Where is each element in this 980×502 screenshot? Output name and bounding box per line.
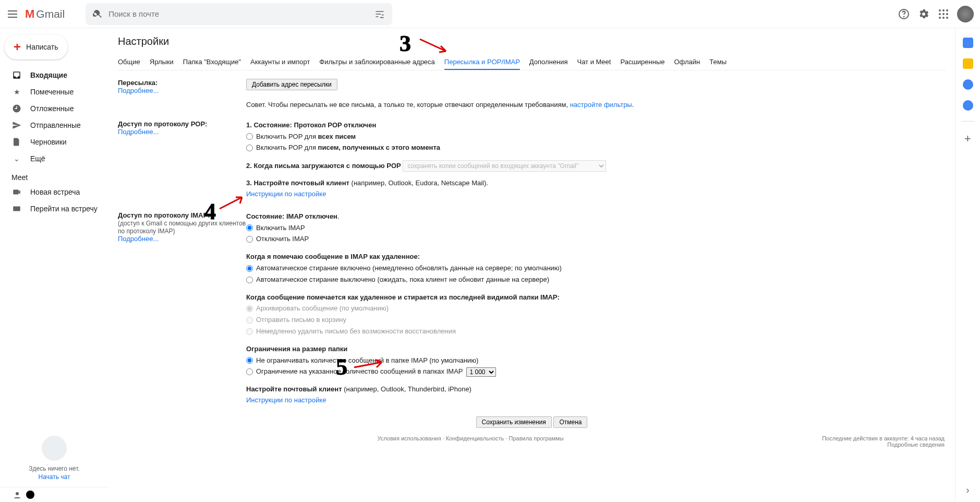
tab-8[interactable]: Расширенные bbox=[620, 55, 664, 70]
imap-more-link[interactable]: Подробнее... bbox=[118, 235, 159, 243]
gmail-m-icon: M bbox=[25, 7, 34, 21]
start-chat-link[interactable]: Начать чат bbox=[6, 473, 102, 481]
imap-del-r2: Автоматическое стирание выключено (ожида… bbox=[256, 274, 549, 285]
imap-limit-radio[interactable] bbox=[246, 368, 253, 375]
calendar-icon[interactable] bbox=[963, 38, 973, 48]
chat-bubble-icon bbox=[42, 436, 67, 461]
hangouts-dot-icon[interactable] bbox=[26, 491, 34, 499]
tab-9[interactable]: Офлайн bbox=[674, 55, 700, 70]
gmail-logo[interactable]: M Gmail bbox=[25, 7, 65, 21]
fwd-label: Пересылка: bbox=[118, 79, 158, 87]
pop-r2-b: писем, полученных с этого момента bbox=[318, 144, 440, 151]
meet-header: Meet bbox=[0, 167, 108, 184]
tasks-icon[interactable] bbox=[963, 79, 973, 90]
person-icon[interactable] bbox=[13, 491, 22, 500]
imap-era-r1: Архивировать сообщение (по умолчанию) bbox=[256, 303, 389, 314]
sidebar-item-new-meeting[interactable]: Новая встреча bbox=[0, 184, 108, 200]
imap-del-header: Когда я помечаю сообщение в IMAP как уда… bbox=[246, 253, 420, 260]
pop-enable-now-radio[interactable] bbox=[246, 145, 253, 151]
keep-icon[interactable] bbox=[963, 58, 973, 69]
sidebar-item-label: Перейти на встречу bbox=[30, 205, 98, 213]
tab-0[interactable]: Общие bbox=[118, 55, 140, 70]
sidebar-item-snoozed[interactable]: Отложенные bbox=[0, 100, 108, 117]
tab-4[interactable]: Фильтры и заблокированные адреса bbox=[319, 55, 434, 70]
imap-disable-radio[interactable] bbox=[246, 236, 253, 243]
compose-button[interactable]: + Написать bbox=[4, 34, 68, 59]
imap-enable-radio[interactable] bbox=[246, 224, 253, 231]
search-input[interactable] bbox=[108, 9, 369, 18]
pop-instructions-link[interactable]: Инструкции по настройке bbox=[246, 190, 326, 198]
sidebar-item-label: Отложенные bbox=[30, 104, 74, 113]
help-icon[interactable] bbox=[898, 8, 910, 20]
pop-s3-t: (например, Outlook, Eudora, Netscape Mai… bbox=[349, 179, 488, 187]
sidebar-item-join-meeting[interactable]: Перейти на встречу bbox=[0, 200, 108, 217]
save-button[interactable]: Сохранить изменения bbox=[476, 416, 552, 428]
fwd-tip-post: . bbox=[632, 101, 634, 109]
pop-label: Доступ по протоколу POP: bbox=[118, 120, 207, 128]
imap-status: Состояние: IMAP отключен bbox=[246, 212, 337, 220]
imap-autoexpunge-off-radio[interactable] bbox=[246, 277, 253, 283]
sidebar-item-drafts[interactable]: Черновики bbox=[0, 134, 108, 150]
apps-icon[interactable] bbox=[937, 8, 950, 20]
pop-r1-b: всех писем bbox=[318, 133, 356, 140]
imap-limit-header: Ограничения на размер папки bbox=[246, 345, 347, 353]
chevron-down-icon: ⌄ bbox=[11, 153, 22, 164]
file-icon bbox=[11, 137, 22, 147]
separator bbox=[962, 121, 974, 122]
sidebar-item-label: Отправленные bbox=[30, 121, 81, 129]
imap-cli-t: (например, Outlook, Thunderbird, iPhone) bbox=[342, 385, 471, 393]
video-icon bbox=[11, 187, 22, 197]
imap-era-r2: Отправить письмо в корзину bbox=[256, 315, 346, 326]
contacts-icon[interactable] bbox=[963, 100, 973, 111]
add-addon-icon[interactable]: + bbox=[964, 132, 971, 146]
imap-limit-select[interactable]: 1 000 bbox=[466, 367, 496, 377]
activity-details-link[interactable]: Подробные сведения bbox=[887, 441, 945, 448]
sidebar-item-sent[interactable]: Отправленные bbox=[0, 117, 108, 134]
header: M Gmail bbox=[0, 0, 980, 28]
settings-icon[interactable] bbox=[917, 8, 930, 20]
imap-autoexpunge-on-radio[interactable] bbox=[246, 265, 253, 272]
search-options-icon[interactable] bbox=[374, 9, 385, 19]
pop-r1-pre: Включить POP для bbox=[256, 133, 318, 140]
tab-2[interactable]: Папка "Входящие" bbox=[183, 55, 241, 70]
svg-point-12 bbox=[16, 492, 19, 495]
svg-point-2 bbox=[939, 9, 941, 11]
pop-more-link[interactable]: Подробнее... bbox=[118, 128, 159, 136]
imap-del-r1: Автоматическое стирание включено (немедл… bbox=[256, 263, 562, 274]
sidebar-item-inbox[interactable]: Входящие bbox=[0, 67, 108, 83]
sidebar-item-more[interactable]: ⌄Ещё bbox=[0, 150, 108, 167]
search-bar[interactable] bbox=[86, 3, 392, 25]
sidebar-item-label: Входящие bbox=[30, 71, 67, 79]
fwd-more-link[interactable]: Подробнее... bbox=[118, 87, 159, 94]
pop-enable-all-radio[interactable] bbox=[246, 133, 253, 140]
tab-6[interactable]: Дополнения bbox=[529, 55, 568, 70]
imap-label: Доступ по протоколу IMAP: bbox=[118, 211, 210, 219]
pop-action-select: сохранять копии сообщений во входящих ак… bbox=[403, 160, 606, 172]
collapse-panel-icon[interactable]: › bbox=[966, 485, 970, 496]
header-actions bbox=[898, 6, 974, 22]
footer-policies[interactable]: Условия использования · Конфиденциальнос… bbox=[378, 435, 564, 448]
settings-tabs: ОбщиеЯрлыкиПапка "Входящие"Аккаунты и им… bbox=[118, 55, 946, 70]
imap-trash-radio bbox=[246, 317, 253, 324]
tab-10[interactable]: Темы bbox=[709, 55, 727, 70]
tab-5[interactable]: Пересылка и POP/IMAP bbox=[444, 55, 520, 70]
tab-7[interactable]: Чат и Meet bbox=[577, 55, 611, 70]
pop-status: 1. Состояние: Протокол POP отключен bbox=[246, 121, 376, 129]
svg-point-5 bbox=[939, 13, 941, 15]
imap-instructions-link[interactable]: Инструкции по настройке bbox=[246, 396, 326, 404]
menu-icon[interactable] bbox=[6, 8, 19, 20]
imap-unlimited-radio[interactable] bbox=[246, 357, 253, 364]
setup-filters-link[interactable]: настройте фильтры bbox=[570, 101, 632, 109]
svg-point-9 bbox=[942, 17, 945, 19]
add-forward-button[interactable]: Добавить адрес пересылки bbox=[246, 79, 337, 90]
plus-icon: + bbox=[14, 41, 21, 53]
tab-1[interactable]: Ярлыки bbox=[150, 55, 174, 70]
account-avatar[interactable] bbox=[957, 6, 974, 22]
svg-point-7 bbox=[946, 13, 948, 15]
tab-3[interactable]: Аккаунты и импорт bbox=[250, 55, 310, 70]
sidebar-item-label: Новая встреча bbox=[30, 188, 80, 196]
imap-sub: (доступ к Gmail с помощью других клиенто… bbox=[118, 220, 246, 235]
sidebar-item-starred[interactable]: ★Помеченные bbox=[0, 83, 108, 100]
cancel-button[interactable]: Отмена bbox=[553, 416, 587, 428]
sidebar-item-label: Ещё bbox=[30, 154, 45, 163]
